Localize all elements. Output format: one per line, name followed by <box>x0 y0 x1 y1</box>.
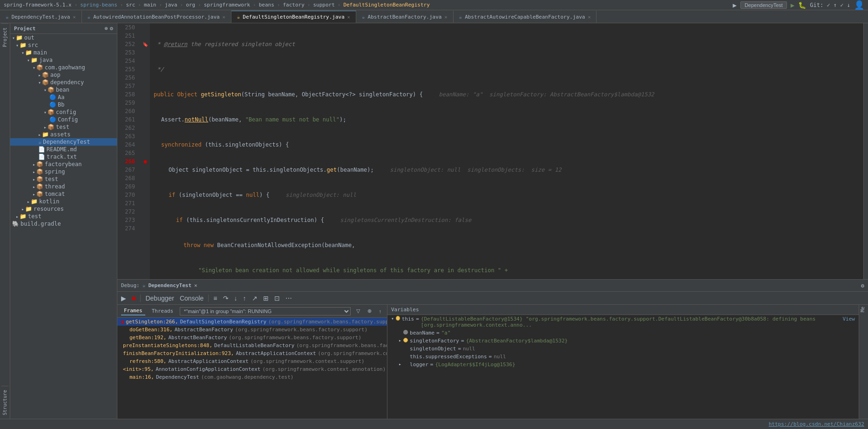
run-btn[interactable]: ▶ <box>791 1 794 9</box>
view-btn[interactable]: View <box>843 316 855 322</box>
code-editor[interactable]: 250 251 252 253 254 255 256 257 258 259 … <box>117 23 868 279</box>
tree-item-spring[interactable]: ▸ 📦 spring <box>10 168 117 175</box>
tab-dependency-test[interactable]: ☕ DependencyTest.java ✕ <box>0 11 82 23</box>
frame-item-active[interactable]: ● getSingleton:266, DefaultSingletonBean… <box>117 318 387 326</box>
frames-tab[interactable]: Frames <box>121 307 145 315</box>
tab-autowired[interactable]: ☕ AutowiredAnnotationBeanPostProcessor.j… <box>82 11 231 23</box>
tree-item-tomcat[interactable]: ▸ 📦 tomcat <box>10 190 117 198</box>
tab-close-btn[interactable]: ✕ <box>73 14 75 20</box>
var-item-suppressed[interactable]: ▸ this.suppressedExceptions = null <box>395 353 859 361</box>
me-label[interactable]: Me <box>859 305 868 314</box>
breadcrumb-java[interactable]: java <box>165 2 177 8</box>
tree-item-dependency[interactable]: ▾ 📦 dependency <box>10 79 117 86</box>
copy-stack-btn[interactable]: ⊕ <box>366 307 373 315</box>
tree-item-resources[interactable]: ▸ 📁 resources <box>10 205 117 213</box>
status-link[interactable]: https://blog.csdn.net/Chianz632 <box>769 421 864 427</box>
tree-item-com-gaohwang[interactable]: ▾ 📦 com.gaohwang <box>10 64 117 71</box>
more-btn[interactable]: ⋯ <box>284 294 294 303</box>
tree-item-src[interactable]: ▾ 📁 src <box>10 41 117 49</box>
dependency-test-btn[interactable]: DependencyTest <box>740 1 787 9</box>
frame-item[interactable]: getBean:192, AbstractBeanFactory (org.sp… <box>117 334 387 342</box>
breadcrumb-spring-framework[interactable]: spring-framework-5.1.x <box>4 2 72 8</box>
tab-abstract-autowire[interactable]: ☕ AbstractAutowireCapableBeanFactory.jav… <box>454 11 597 23</box>
code-content[interactable]: * @return the registered singleton objec… <box>150 23 863 279</box>
breadcrumb-org[interactable]: org <box>186 2 195 8</box>
step-into-btn[interactable]: ↓ <box>232 294 239 303</box>
breadcrumb-springframework[interactable]: springframework <box>204 2 250 8</box>
tab-abstract-bean-factory[interactable]: ☕ AbstractBeanFactory.java ✕ <box>356 11 454 23</box>
debug-run-name[interactable]: DependencyTest <box>148 282 191 288</box>
tree-item-aa[interactable]: 🔵 Aa <box>10 94 117 101</box>
threads-tab[interactable]: Threads <box>149 307 176 315</box>
tree-item-config-folder[interactable]: ▾ 📦 config <box>10 108 117 116</box>
expand-arrow[interactable]: ▾ <box>391 316 394 321</box>
expand-arrow[interactable]: ▸ <box>399 338 401 343</box>
tree-item-thread[interactable]: ▸ 📦 thread <box>10 183 117 190</box>
filter-threads-btn[interactable]: ▽ <box>354 307 362 315</box>
breadcrumb-src[interactable]: src <box>126 2 135 8</box>
frame-item[interactable]: doGetBean:316, AbstractBeanFactory (org.… <box>117 326 387 334</box>
settings-icon[interactable]: ⚙ <box>110 25 113 32</box>
tree-item-aop[interactable]: ▸ 📦 aop <box>10 71 117 79</box>
breadcrumb-spring-beans[interactable]: spring-beans <box>80 2 117 8</box>
step-out-btn[interactable]: ↑ <box>241 294 248 303</box>
console-tab-btn[interactable]: Console <box>178 294 205 303</box>
breadcrumb-beans[interactable]: beans <box>259 2 274 8</box>
tree-item-readme[interactable]: 📄 README.md <box>10 146 117 153</box>
user-avatar[interactable]: 👤 <box>854 0 864 10</box>
frame-item[interactable]: <init>:95, AnnotationConfigApplicationCo… <box>117 365 387 373</box>
stop-btn[interactable]: ■ <box>130 294 137 303</box>
breadcrumb-support[interactable]: support <box>313 2 334 8</box>
tree-item-bean-folder[interactable]: ▾ 📦 bean <box>10 86 117 94</box>
var-item-singleton-factory[interactable]: ▸ singletonFactory = {AbstractBeanFactor… <box>395 337 859 345</box>
step-over-btn[interactable]: ↷ <box>221 294 231 303</box>
run-icon[interactable]: ▶ <box>732 1 736 9</box>
tree-item-dependency-test[interactable]: ☕ DependencyTest <box>10 138 117 146</box>
tree-item-assets[interactable]: ▸ 📁 assets <box>10 131 117 138</box>
tab-default-singleton[interactable]: ☕ DefaultSingletonBeanRegistry.java ✕ <box>231 11 356 23</box>
frame-item[interactable]: preInstantiateSingletons:848, DefaultLis… <box>117 342 387 349</box>
breadcrumb-class[interactable]: DefaultSingletonBeanRegistry <box>343 2 429 8</box>
tree-item-out[interactable]: ▾ 📁 out <box>10 34 117 41</box>
tree-item-java[interactable]: ▾ 📁 java <box>10 56 117 64</box>
tree-item-main[interactable]: ▾ 📁 main <box>10 49 117 56</box>
tree-item-test2[interactable]: ▸ 📦 test <box>10 175 117 183</box>
debug-close-btn[interactable]: ✕ <box>194 282 197 288</box>
tree-item-test-top[interactable]: ▸ 📁 test <box>10 213 117 220</box>
breadcrumb-main[interactable]: main <box>144 2 156 8</box>
tree-item-test-folder[interactable]: ▸ 📦 test <box>10 123 117 131</box>
export-btn[interactable]: ↑ <box>377 308 384 315</box>
tab-close-btn[interactable]: ✕ <box>347 14 350 20</box>
project-tab[interactable]: Project <box>1 23 8 51</box>
expand-arrow[interactable]: ▸ <box>399 362 401 367</box>
run-to-cursor-btn[interactable]: ↗ <box>250 294 259 303</box>
tree-item-track[interactable]: 📄 track.txt <box>10 153 117 161</box>
var-item-singleton-object[interactable]: ▸ singletonObject = null <box>395 345 859 353</box>
structure-tab[interactable]: Structure <box>1 386 8 419</box>
tab-close-btn[interactable]: ✕ <box>444 14 447 20</box>
debug-btn[interactable]: 🐛 <box>798 1 806 9</box>
gutter-bookmark[interactable]: 🔖 <box>141 40 150 48</box>
tree-item-bb[interactable]: 🔵 Bb <box>10 101 117 108</box>
tab-close-btn[interactable]: ✕ <box>588 14 590 20</box>
var-item-logger[interactable]: ▸ logger = {LogAdapter$$If4jLog@1536} <box>395 361 859 369</box>
gutter-breakpoint[interactable]: ● <box>141 157 150 166</box>
evaluate-btn[interactable]: ⊞ <box>261 294 271 303</box>
add-icon[interactable]: ⊕ <box>105 25 108 32</box>
tree-item-config-class[interactable]: 🔵 Config <box>10 116 117 123</box>
breadcrumb-factory[interactable]: factory <box>283 2 304 8</box>
tree-item-build-gradle[interactable]: 🐘 build.gradle <box>10 220 117 228</box>
frames-lines-btn[interactable]: ≡ <box>211 294 219 303</box>
frame-item[interactable]: main:16, DependencyTest (com.gaohwang.de… <box>117 373 387 381</box>
debug-settings-icon[interactable]: ⚙ <box>861 282 864 289</box>
frame-item[interactable]: finishBeanFactoryInitialization:923, Abs… <box>117 349 387 357</box>
var-item-this[interactable]: ▾ this = {DefaultListableBeanFactory@153… <box>387 315 859 329</box>
debugger-tab-btn[interactable]: Debugger <box>143 294 176 303</box>
frame-item[interactable]: refresh:580, AbstractApplicationContext … <box>117 357 387 365</box>
tree-item-kotlin[interactable]: ▸ 📁 kotlin <box>10 198 117 205</box>
tree-item-factorybean[interactable]: ▸ 📦 factorybean <box>10 161 117 168</box>
thread-select[interactable]: *"main"@1 in group "main": RUNNING <box>180 307 350 315</box>
tab-close-btn[interactable]: ✕ <box>223 14 225 20</box>
var-item-beanname[interactable]: ▸ beanName = "a" <box>395 329 859 337</box>
restore-layout-btn[interactable]: ⊡ <box>272 294 282 303</box>
